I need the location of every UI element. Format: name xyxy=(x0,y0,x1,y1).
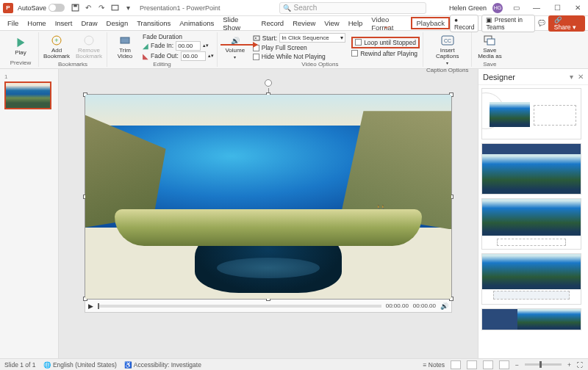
start-from-beginning-icon[interactable] xyxy=(110,4,119,12)
group-label-editing: Editing xyxy=(153,61,171,68)
tab-review[interactable]: Review xyxy=(288,18,320,29)
reading-view-icon[interactable] xyxy=(483,360,493,369)
designer-pane: Designer ▾ ✕ xyxy=(478,69,588,363)
total-time: 00:00.00 xyxy=(413,302,436,309)
save-media-as-button[interactable]: Save Media as xyxy=(475,32,504,61)
elapsed-time: 00:00.00 xyxy=(386,302,409,309)
zoom-out-icon[interactable]: − xyxy=(515,361,519,369)
rotation-handle[interactable] xyxy=(265,79,272,87)
close-icon[interactable]: ✕ xyxy=(570,4,585,12)
slide-thumbnail-panel[interactable]: 1 xyxy=(0,69,59,363)
zoom-in-icon[interactable]: + xyxy=(567,361,571,369)
start-dropdown[interactable]: In Click Sequence▾ xyxy=(279,33,345,43)
tab-record[interactable]: Record xyxy=(257,18,289,29)
volume-control-icon[interactable]: 🔊 xyxy=(440,302,448,310)
document-title: Presentation1 - PowerPoint xyxy=(140,4,220,12)
spinner-icon[interactable]: ▴▾ xyxy=(208,53,214,59)
remove-bookmark-button: Remove Bookmark xyxy=(74,32,104,61)
autosave-toggle[interactable]: AutoSave xyxy=(18,4,65,12)
group-label-video-options: Video Options xyxy=(301,61,338,68)
slide-sorter-view-icon[interactable] xyxy=(467,360,477,369)
fade-out-input[interactable]: 00.00 xyxy=(181,51,206,61)
spinner-icon[interactable]: ▴▾ xyxy=(203,43,209,48)
tab-playback[interactable]: Playback xyxy=(411,17,450,29)
quick-access-toolbar: ↶ ↷ ▾ xyxy=(71,4,132,12)
designer-options-icon[interactable]: ▾ xyxy=(570,73,573,81)
user-avatar[interactable]: HG xyxy=(492,3,503,13)
tab-view[interactable]: View xyxy=(320,18,343,29)
slide-canvas[interactable]: 🚶🚶 ▶ 00:00.00 00:00.00 🔊 xyxy=(59,69,478,363)
redo-icon[interactable]: ↷ xyxy=(97,4,106,12)
add-bookmark-button[interactable]: + Add Bookmark xyxy=(42,32,71,61)
tab-draw[interactable]: Draw xyxy=(76,18,101,29)
save-icon[interactable] xyxy=(71,4,79,12)
language-status[interactable]: 🌐 English (United States) xyxy=(43,361,117,369)
designer-suggestions[interactable] xyxy=(478,85,588,363)
svg-rect-1 xyxy=(74,4,76,7)
group-label-preview: Preview xyxy=(10,59,31,67)
bookmark-add-icon: + xyxy=(50,34,63,47)
play-control-icon[interactable]: ▶ xyxy=(88,302,93,310)
fade-in-icon: ◢ xyxy=(143,42,148,50)
video-frame: 🚶🚶 xyxy=(85,95,451,299)
trim-video-button[interactable]: Trim Video xyxy=(110,32,140,61)
designer-close-icon[interactable]: ✕ xyxy=(578,73,584,81)
fade-out-row[interactable]: ◣ Fade Out: 00.00 ▴▾ xyxy=(143,51,214,61)
ribbon: Play Preview + Add Bookmark Remove Bookm… xyxy=(0,31,588,69)
tab-home[interactable]: Home xyxy=(23,18,50,29)
tab-insert[interactable]: Insert xyxy=(51,18,77,29)
search-placeholder: Search xyxy=(294,4,318,12)
loop-until-stopped-checkbox[interactable]: Loop until Stopped xyxy=(351,37,420,48)
user-name[interactable]: Helen Green xyxy=(449,4,487,12)
design-idea-5[interactable] xyxy=(481,308,581,330)
minimize-icon[interactable]: — xyxy=(529,4,544,12)
insert-captions-button[interactable]: CC Insert Captions ▾ xyxy=(433,32,462,67)
notes-button[interactable]: ≡ Notes xyxy=(423,361,445,369)
maximize-icon[interactable]: ☐ xyxy=(550,4,564,12)
present-in-teams-button[interactable]: ▣ Present in Teams xyxy=(481,15,534,32)
fade-duration-label: Fade Duration xyxy=(143,33,214,40)
rewind-after-playing-checkbox[interactable]: Rewind after Playing xyxy=(351,50,420,57)
design-idea-2[interactable] xyxy=(481,143,581,195)
video-scrubber[interactable] xyxy=(98,305,381,308)
qat-dropdown-icon[interactable]: ▾ xyxy=(123,4,132,12)
ribbon-tabs: File Home Insert Draw Design Transitions… xyxy=(0,16,588,31)
svg-point-6 xyxy=(85,36,93,45)
normal-view-icon[interactable] xyxy=(451,360,461,369)
search-icon: 🔍 xyxy=(283,4,291,12)
video-controls: ▶ 00:00.00 00:00.00 🔊 xyxy=(85,300,452,313)
fade-in-input[interactable]: 00.00 xyxy=(176,41,201,51)
hide-while-not-playing-checkbox[interactable]: Hide While Not Playing xyxy=(253,53,345,60)
design-idea-3[interactable] xyxy=(481,198,581,250)
tab-slide-show[interactable]: Slide Show xyxy=(218,14,257,33)
fade-in-row[interactable]: ◢ Fade In: 00.00 ▴▾ xyxy=(143,41,214,51)
slideshow-view-icon[interactable] xyxy=(499,360,509,369)
group-caption-options: CC Insert Captions ▾ Caption Options xyxy=(423,32,472,67)
group-label-bookmarks: Bookmarks xyxy=(58,61,87,68)
accessibility-status[interactable]: ♿ Accessibility: Investigate xyxy=(124,361,201,369)
undo-icon[interactable]: ↶ xyxy=(84,4,93,12)
tab-animations[interactable]: Animations xyxy=(175,18,218,29)
svg-rect-13 xyxy=(487,39,495,45)
tab-file[interactable]: File xyxy=(3,18,23,29)
zoom-slider[interactable] xyxy=(525,363,562,366)
play-button[interactable]: Play xyxy=(6,35,35,57)
search-input[interactable]: 🔍 Search xyxy=(279,2,426,14)
fit-to-window-icon[interactable]: ⛶ xyxy=(577,361,584,369)
ribbon-display-icon[interactable]: ▭ xyxy=(509,4,523,12)
svg-rect-7 xyxy=(121,37,129,43)
slide-count[interactable]: Slide 1 of 1 xyxy=(4,361,36,369)
comments-icon[interactable]: 💬 xyxy=(538,20,545,26)
tab-design[interactable]: Design xyxy=(102,18,133,29)
video-object[interactable]: 🚶🚶 xyxy=(85,94,452,300)
tab-transitions[interactable]: Transitions xyxy=(132,18,175,29)
share-button[interactable]: 🔗 Share ▾ xyxy=(548,15,585,32)
design-idea-1[interactable] xyxy=(481,88,581,139)
slide-thumbnail-1[interactable] xyxy=(4,81,51,109)
volume-button[interactable]: 🔊 Volume ▾ xyxy=(220,32,250,61)
play-full-screen-checkbox[interactable]: Play Full Screen xyxy=(253,44,345,51)
tab-help[interactable]: Help xyxy=(344,18,368,29)
record-button[interactable]: ● Record xyxy=(450,15,478,32)
design-idea-4[interactable] xyxy=(481,253,581,305)
toggle-switch[interactable] xyxy=(49,4,65,12)
